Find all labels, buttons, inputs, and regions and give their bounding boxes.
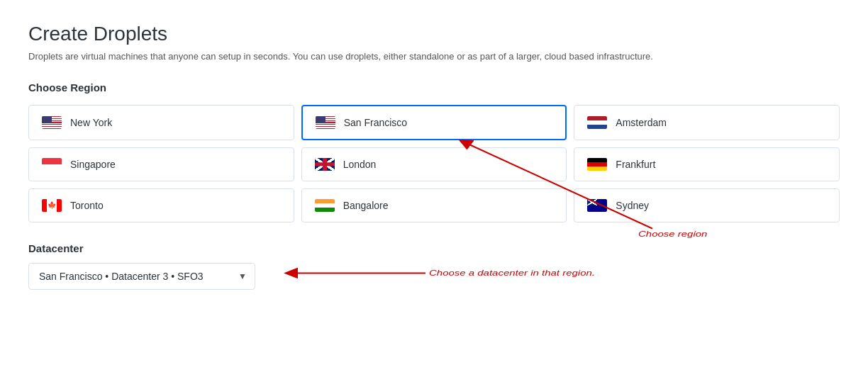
flag-in-icon (315, 199, 335, 212)
flag-nl-icon (587, 116, 607, 129)
region-label: Toronto (70, 200, 104, 211)
flag-au-icon (587, 199, 607, 212)
region-label: San Francisco (344, 117, 407, 128)
region-card-frankfurt[interactable]: Frankfurt (574, 147, 840, 181)
region-grid: New York San Francisco Amsterdam Singapo… (28, 105, 840, 222)
datacenter-section-title: Datacenter (28, 242, 840, 254)
region-label: London (343, 159, 377, 170)
flag-us-icon (42, 116, 62, 129)
datacenter-section: Datacenter San Francisco • Datacenter 3 … (28, 242, 840, 290)
datacenter-select[interactable]: San Francisco • Datacenter 3 • SFO3San F… (28, 263, 255, 290)
page-subtitle: Droplets are virtual machines that anyon… (28, 51, 840, 62)
region-label: New York (70, 117, 112, 128)
region-card-toronto[interactable]: 🍁 Toronto (28, 188, 294, 222)
region-card-singapore[interactable]: Singapore (28, 147, 294, 181)
flag-us-icon (316, 116, 335, 129)
region-card-sydney[interactable]: Sydney (574, 188, 840, 222)
flag-ca-icon: 🍁 (42, 199, 62, 212)
region-label: Frankfurt (616, 159, 655, 170)
region-card-amsterdam[interactable]: Amsterdam (574, 105, 840, 140)
region-card-bangalore[interactable]: Bangalore (301, 188, 567, 222)
region-card-london[interactable]: London (301, 147, 567, 181)
region-card-san-francisco[interactable]: San Francisco (301, 105, 567, 140)
region-label: Amsterdam (616, 117, 667, 128)
region-label: Sydney (616, 200, 649, 211)
flag-sg-icon (42, 158, 62, 171)
svg-text:Choose region: Choose region (638, 230, 707, 239)
region-card-new-york[interactable]: New York (28, 105, 294, 140)
region-label: Singapore (70, 159, 116, 170)
choose-region-section-title: Choose Region (28, 81, 840, 94)
flag-de-icon (587, 158, 607, 171)
page-title: Create Droplets (28, 23, 840, 45)
flag-gb-icon (315, 158, 335, 171)
datacenter-select-wrapper: San Francisco • Datacenter 3 • SFO3San F… (28, 263, 255, 290)
region-label: Bangalore (343, 200, 389, 211)
page-wrapper: Create Droplets Droplets are virtual mac… (28, 23, 840, 290)
